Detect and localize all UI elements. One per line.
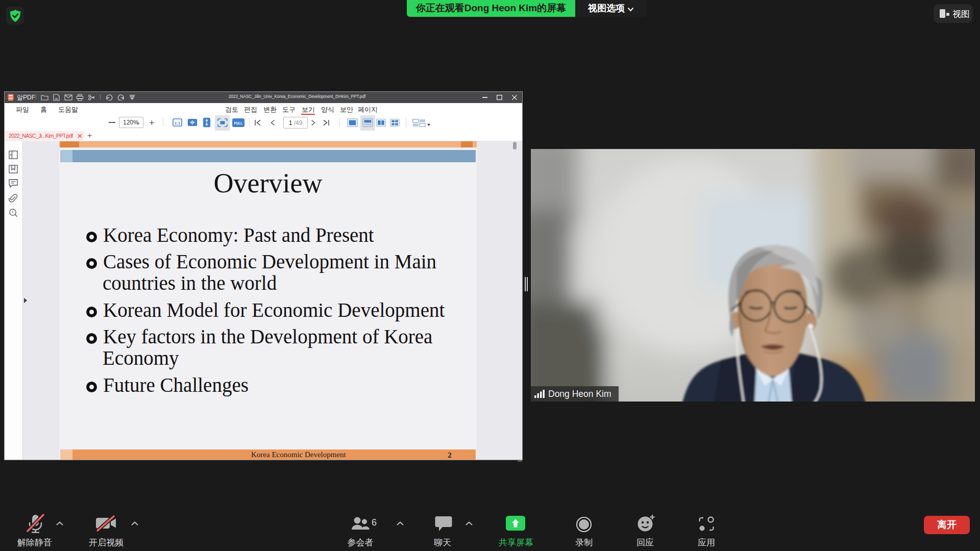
svg-text:1:1: 1:1 xyxy=(175,121,181,126)
svg-text:FULL: FULL xyxy=(234,121,243,125)
